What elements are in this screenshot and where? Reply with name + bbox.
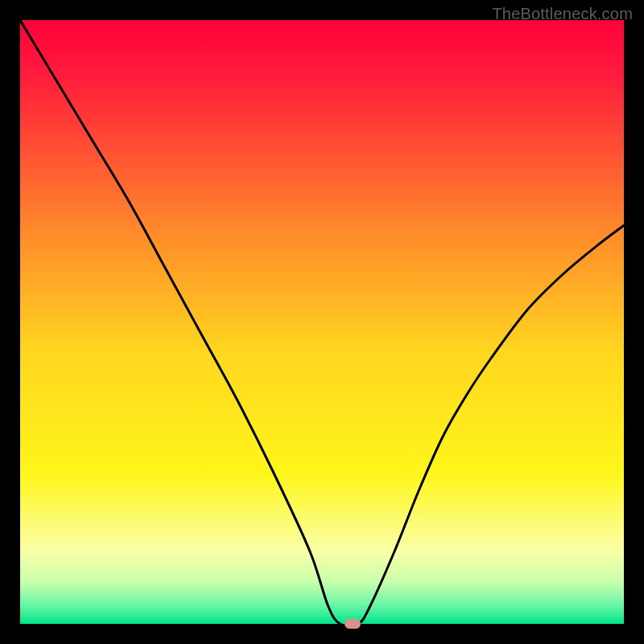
chart-svg (20, 20, 624, 624)
chart-frame: TheBottleneck.com (0, 0, 644, 644)
optimal-point-marker (345, 619, 361, 629)
gradient-background (20, 20, 624, 624)
plot-area (20, 20, 624, 624)
